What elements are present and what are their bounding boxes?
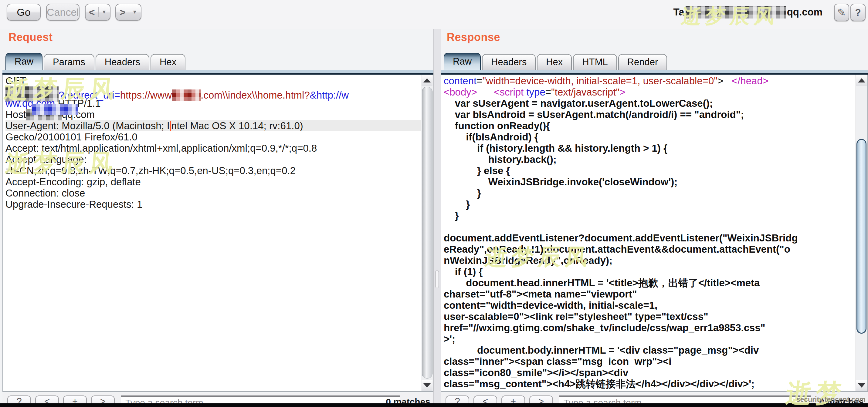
editor-line: content="width=device-width, initial-sca…	[444, 300, 855, 311]
redacted-target-mosaic	[686, 6, 786, 19]
chevron-down-icon[interactable]: ▼	[102, 9, 107, 15]
tab-headers[interactable]: Headers	[482, 54, 536, 70]
tab-render[interactable]: Render	[618, 54, 668, 70]
editor-line: Accept-Language:	[5, 154, 421, 165]
editor-line: Connection: close	[5, 188, 421, 199]
response-tab-bar: RawHeadersHexHTMLRender	[444, 53, 668, 70]
target-host-label: Ta qq.com	[674, 4, 823, 21]
triangle-down-icon	[858, 383, 865, 387]
editor-line: }	[444, 188, 855, 199]
editor-line: }	[444, 389, 855, 391]
editor-line: function onReady(){	[444, 120, 855, 131]
request-panel: Request RawParamsHeadersHex GET?redirect…	[2, 29, 433, 407]
screen-bottom-edge	[0, 403, 868, 407]
editor-line: >';	[444, 333, 855, 344]
editor-line: Upgrade-Insecure-Requests: 1	[5, 199, 421, 210]
editor-line: }	[444, 210, 855, 221]
tab-raw[interactable]: Raw	[444, 53, 481, 70]
tab-raw[interactable]: Raw	[5, 53, 42, 70]
editor-line: } else {	[444, 165, 855, 176]
editor-line: if (1) {	[444, 266, 855, 277]
editor-line: class="inner"><span class="msg_icon_wrp"…	[444, 356, 855, 367]
cancel-button[interactable]: Cancel	[46, 4, 80, 21]
editor-line: content="width=device-width, initial-sca…	[444, 75, 855, 87]
editor-line: Accept: text/html,application/xhtml+xml,…	[5, 142, 421, 154]
repeater-toolbar: Go Cancel < ▼ > ▼ Ta qq.com ✎ ?	[0, 0, 868, 29]
tab-headers[interactable]: Headers	[96, 54, 149, 70]
editor-line: <body> <script type="text/javascript">	[444, 87, 855, 98]
forward-history-button[interactable]: > ▼	[115, 4, 142, 21]
editor-line: document.head.innerHTML = '<title>抱歉，出错了…	[444, 277, 855, 289]
tab-hex[interactable]: Hex	[151, 54, 185, 70]
editor-line: if(bIsAndroid) {	[444, 131, 855, 142]
scroll-up-button[interactable]	[856, 75, 867, 86]
divider	[98, 7, 99, 17]
editor-line: WeixinJSBridge.invoke('closeWindow');	[444, 176, 855, 188]
editor-line: charset="utf-8"><meta name="viewport"	[444, 289, 855, 300]
request-title: Request	[8, 31, 53, 44]
editor-line: if (history.length && history.length > 1…	[444, 142, 855, 154]
scroll-down-button[interactable]	[422, 380, 432, 391]
editor-line: class="icon80_smile"></i></span><div	[444, 367, 855, 378]
tab-html[interactable]: HTML	[573, 54, 617, 70]
editor-line: GET	[5, 75, 421, 87]
tab-underline	[441, 70, 868, 75]
back-arrow-icon: <	[89, 6, 95, 18]
burp-repeater-window: Go Cancel < ▼ > ▼ Ta qq.com ✎ ? Request …	[0, 0, 868, 407]
editor-line: user-scalable=0"><link rel="stylesheet" …	[444, 311, 855, 322]
editor-line: class="msg_content"><h4>跳转链接非法</h4></div…	[444, 378, 855, 389]
editor-line: document.addEventListener?document.addEv…	[444, 232, 855, 243]
site-watermark: security.tencent.com	[796, 396, 866, 404]
forward-arrow-icon: >	[120, 6, 126, 18]
editor-line: Gecko/20100101 Firefox/61.0	[5, 131, 421, 142]
editor-line: history.back();	[444, 154, 855, 165]
tab-hex[interactable]: Hex	[537, 54, 572, 70]
editor-line: zh-CN,zh;q=0.8,zh-TW;q=0.7,zh-HK;q=0.5,e…	[5, 165, 421, 176]
request-tab-bar: RawParamsHeadersHex	[5, 53, 187, 70]
response-title: Response	[447, 31, 500, 44]
request-scrollbar[interactable]	[421, 75, 433, 391]
response-panel: Response RawHeadersHexHTMLRender content…	[441, 29, 868, 407]
editor-line: ?redirect_uri=https://www.com\\index\\ho…	[5, 87, 421, 98]
panel-splitter[interactable]	[433, 29, 441, 407]
editor-line: href="//wximg.gtimg.com/shake_tv/include…	[444, 322, 855, 333]
editor-line: document.body.innerHTML = '<div class="p…	[444, 344, 855, 356]
editor-line	[444, 221, 855, 232]
edit-target-button[interactable]: ✎	[834, 4, 849, 21]
back-history-button[interactable]: < ▼	[85, 4, 111, 21]
editor-line: nWeixinJSBridgeReady",onReady);	[444, 255, 855, 266]
response-editor[interactable]: content="width=device-width, initial-sca…	[441, 75, 868, 392]
editor-line: eReady",onReady,!1):document.attachEvent…	[444, 243, 855, 255]
editor-line: }	[444, 199, 855, 210]
help-button[interactable]: ?	[850, 4, 866, 21]
scroll-down-button[interactable]	[856, 380, 867, 391]
tab-underline	[2, 70, 433, 75]
scroll-up-button[interactable]	[422, 75, 432, 86]
pencil-icon: ✎	[837, 6, 846, 19]
scrollbar-thumb[interactable]	[422, 87, 432, 378]
scrollbar-thumb[interactable]	[857, 139, 866, 334]
tab-params[interactable]: Params	[44, 54, 94, 70]
triangle-up-icon	[858, 78, 865, 82]
target-prefix: Ta	[674, 6, 684, 18]
response-scrollbar[interactable]	[856, 75, 867, 391]
editor-line: var sUserAgent = navigator.userAgent.toL…	[444, 98, 855, 109]
request-editor[interactable]: GET?redirect_uri=https://www.com\\index\…	[2, 75, 433, 392]
splitter-grip[interactable]	[435, 271, 439, 288]
triangle-up-icon	[423, 78, 431, 82]
target-suffix: qq.com	[787, 6, 823, 18]
redacted-mosaic	[172, 90, 200, 101]
editor-line: User-Agent: Mozilla/5.0 (Macintosh; Inte…	[5, 120, 421, 131]
redacted-mosaic	[32, 104, 78, 115]
editor-line: var bIsAndroid = sUserAgent.match(/andro…	[444, 109, 855, 120]
chevron-down-icon[interactable]: ▼	[132, 9, 137, 15]
editor-line: Accept-Encoding: gzip, deflate	[5, 176, 421, 188]
triangle-down-icon	[423, 383, 431, 387]
divider	[129, 7, 129, 17]
go-button[interactable]: Go	[7, 4, 41, 21]
